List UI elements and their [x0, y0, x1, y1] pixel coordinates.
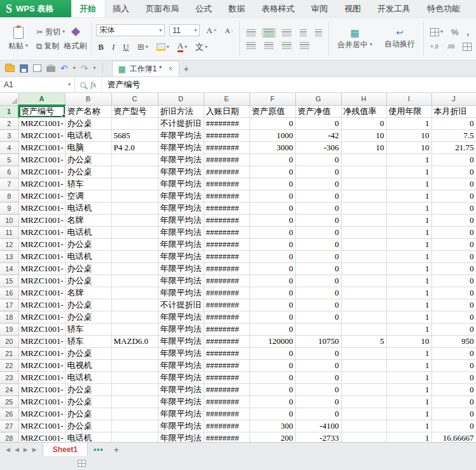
cell-B2[interactable]: 办公桌 [65, 118, 111, 130]
cell-C10[interactable] [111, 215, 158, 227]
row-header-28[interactable]: 28 [0, 432, 18, 443]
cell-D23[interactable]: 年限平均法 [158, 372, 204, 384]
number-format-button[interactable]: ▾ [428, 27, 445, 38]
cell-C4[interactable]: P4 2.0 [111, 142, 158, 154]
menu-tab-1[interactable]: 开始 [71, 0, 104, 17]
cell-C3[interactable]: 5685 [111, 130, 158, 142]
cell-I28[interactable]: 1 [386, 432, 431, 443]
redo-caret-icon[interactable]: ▾ [93, 66, 95, 71]
cell-J27[interactable]: 0 [431, 420, 476, 432]
cell-H16[interactable] [341, 287, 386, 299]
cell-J26[interactable]: 0 [431, 408, 476, 420]
cell-H10[interactable] [341, 215, 386, 227]
cell-G28[interactable]: -2733 [295, 432, 341, 443]
cell-F10[interactable]: 0 [249, 215, 295, 227]
cell-B13[interactable]: 电话机 [65, 251, 111, 263]
cell-B1[interactable]: 资产名称 [65, 105, 111, 118]
cell-A20[interactable]: MRZC1001- [18, 336, 65, 348]
cell-I3[interactable]: 10 [386, 130, 431, 142]
cell-G16[interactable]: 0 [295, 287, 341, 299]
new-document-tab-button[interactable]: + [179, 61, 193, 76]
cell-B16[interactable]: 名牌 [65, 287, 111, 299]
cell-G18[interactable]: 0 [295, 311, 341, 324]
select-all-corner[interactable] [0, 93, 18, 105]
cell-F2[interactable]: 0 [249, 118, 295, 130]
increase-indent-button[interactable] [313, 28, 324, 38]
underline-button[interactable]: U [121, 41, 130, 53]
cell-E26[interactable]: ######## [204, 408, 249, 420]
row-header-8[interactable]: 8 [0, 190, 18, 203]
col-header-C[interactable]: C [111, 93, 158, 105]
cell-I11[interactable]: 1 [386, 227, 431, 239]
fill-color-button[interactable]: ▾ [155, 42, 171, 52]
cell-C8[interactable] [111, 190, 158, 203]
cell-B26[interactable]: 办公桌 [65, 408, 111, 420]
cell-A21[interactable]: MRZC1001- [18, 348, 65, 360]
cell-I22[interactable]: 1 [386, 360, 431, 372]
cell-I18[interactable]: 1 [386, 311, 431, 324]
cell-G25[interactable]: 0 [295, 396, 341, 408]
cell-F3[interactable]: 1000 [249, 130, 295, 142]
font-size-select[interactable]: 11▾ [169, 24, 200, 36]
insert-function-button[interactable]: fx [90, 80, 96, 90]
comma-style-button[interactable]: , [465, 26, 472, 38]
cell-C6[interactable] [111, 166, 158, 178]
cell-A16[interactable]: MRZC1001- [18, 287, 65, 299]
cell-D19[interactable]: 年限平均法 [158, 324, 204, 336]
percent-style-button[interactable]: % [449, 26, 461, 38]
col-header-F[interactable]: F [249, 93, 295, 105]
cell-I12[interactable]: 1 [386, 239, 431, 251]
cell-A18[interactable]: MRZC1001- [18, 311, 65, 324]
cell-B22[interactable]: 电视机 [65, 360, 111, 372]
cell-A27[interactable]: MRZC1001- [18, 420, 65, 432]
align-middle-button[interactable] [262, 28, 276, 38]
cell-G5[interactable]: 0 [295, 154, 341, 166]
cell-B19[interactable]: 轿车 [65, 324, 111, 336]
cell-B20[interactable]: 轿车 [65, 336, 111, 348]
cell-D24[interactable]: 年限平均法 [158, 384, 204, 396]
cell-H17[interactable] [341, 299, 386, 311]
cell-J3[interactable]: 7.5 [431, 130, 476, 142]
cell-J6[interactable]: 0 [431, 166, 476, 178]
cell-H8[interactable] [341, 190, 386, 203]
row-header-2[interactable]: 2 [0, 118, 18, 130]
cell-E11[interactable]: ######## [204, 227, 249, 239]
cell-C22[interactable] [111, 360, 158, 372]
cell-D3[interactable]: 年限平均法 [158, 130, 204, 142]
cell-J16[interactable]: 0 [431, 287, 476, 299]
cell-B15[interactable]: 办公桌 [65, 275, 111, 287]
menu-tab-3[interactable]: 页面布局 [137, 0, 187, 17]
cell-C27[interactable] [111, 420, 158, 432]
cell-H2[interactable]: 0 [341, 118, 386, 130]
sheet-nav-prev-icon[interactable]: ◀ [15, 446, 19, 453]
cell-E23[interactable]: ######## [204, 372, 249, 384]
cell-H12[interactable] [341, 239, 386, 251]
row-header-16[interactable]: 16 [0, 287, 18, 299]
cell-I25[interactable]: 1 [386, 396, 431, 408]
cell-D8[interactable]: 年限平均法 [158, 190, 204, 203]
cell-D4[interactable]: 年限平均法 [158, 142, 204, 154]
cell-E10[interactable]: ######## [204, 215, 249, 227]
cell-A13[interactable]: MRZC1001- [18, 251, 65, 263]
increase-font-button[interactable]: A+ [204, 24, 218, 37]
name-box[interactable]: A1 ▾ [0, 77, 75, 92]
cell-C18[interactable] [111, 311, 158, 324]
export-icon[interactable] [33, 64, 41, 72]
cell-H15[interactable] [341, 275, 386, 287]
cell-J22[interactable]: 0 [431, 360, 476, 372]
fill-handle[interactable] [62, 114, 65, 117]
row-header-11[interactable]: 11 [0, 227, 18, 239]
cell-J2[interactable]: 0 [431, 118, 476, 130]
cell-D21[interactable]: 年限平均法 [158, 348, 204, 360]
cell-D7[interactable]: 年限平均法 [158, 178, 204, 190]
cell-J15[interactable]: 0 [431, 275, 476, 287]
formula-content[interactable]: 资产编号 [102, 79, 145, 90]
cell-H13[interactable] [341, 251, 386, 263]
cell-E28[interactable]: ######## [204, 432, 249, 443]
cell-G13[interactable]: 0 [295, 251, 341, 263]
row-header-15[interactable]: 15 [0, 275, 18, 287]
cell-E16[interactable]: ######## [204, 287, 249, 299]
justify-button[interactable] [298, 41, 311, 50]
sheet-nav-next-icon[interactable]: ▶ [24, 446, 28, 453]
cell-A7[interactable]: MRZC1001- [18, 178, 65, 190]
